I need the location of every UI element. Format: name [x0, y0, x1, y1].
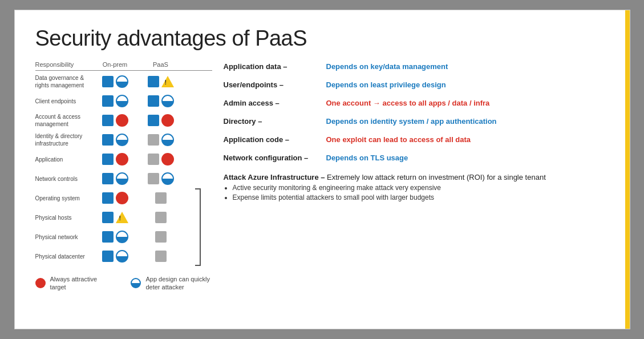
half-circle-icon	[161, 172, 174, 185]
row-onprem	[92, 172, 138, 185]
right-row-label: Directory –	[224, 117, 326, 126]
right-row-network-config: Network configuration – Depends on TLS u…	[224, 152, 609, 171]
table-header-row: Responsibility On-prem PaaS	[35, 61, 212, 71]
gray-square-icon	[155, 212, 167, 223]
attack-bullet: Expense limits potential attackers to sm…	[233, 193, 609, 201]
gray-square-icon	[155, 251, 167, 262]
row-label: Identity & directory infrastructure	[35, 132, 92, 147]
row-label: Account & access management	[35, 113, 92, 128]
attack-section: Attack Azure Infrastructure – Extremely …	[224, 173, 609, 201]
table-row: Identity & directory infrastructure	[35, 130, 212, 150]
right-row-label: Admin access –	[224, 99, 326, 107]
gray-square-icon	[148, 173, 159, 184]
row-label: Data governance & rights management	[35, 74, 92, 89]
row-onprem	[92, 153, 138, 166]
blue-square-icon	[148, 76, 159, 87]
right-row-admin-access: Admin access – One account → access to a…	[224, 98, 609, 116]
row-paas	[138, 153, 184, 166]
row-onprem	[92, 212, 138, 223]
right-row-label: Application data –	[224, 62, 326, 71]
gray-square-icon	[155, 231, 167, 243]
red-circle-icon	[116, 114, 128, 127]
blue-square-icon	[102, 251, 114, 262]
row-paas	[138, 172, 184, 185]
half-circle-icon	[116, 250, 128, 263]
accent-bar	[625, 10, 630, 329]
row-onprem	[92, 231, 138, 243]
blue-square-icon	[102, 95, 114, 107]
row-onprem	[92, 250, 138, 263]
row-paas	[138, 95, 184, 107]
row-label: Physical datacenter	[35, 253, 92, 260]
table-row: Physical network	[35, 227, 184, 247]
warning-triangle-icon	[161, 76, 174, 87]
right-row-app-data: Application data – Depends on key/data m…	[224, 61, 609, 79]
table-row: Physical hosts	[35, 208, 184, 227]
right-row-value: Depends on least privilege design	[326, 80, 446, 89]
row-onprem	[92, 114, 138, 127]
right-row-user-endpoints: User/endpoints – Depends on least privil…	[224, 79, 609, 98]
right-content: Application data – Depends on key/data m…	[212, 61, 609, 292]
right-row-app-code: Application code – One exploit can lead …	[224, 134, 609, 152]
right-row-value: Depends on TLS usage	[326, 154, 408, 162]
header-onprem: On-prem	[92, 61, 138, 68]
red-circle-icon	[161, 153, 174, 166]
row-paas	[138, 192, 184, 204]
half-circle-icon	[161, 134, 174, 146]
row-label: Operating system	[35, 195, 92, 202]
bracket-rows: Operating system Physical hosts	[35, 188, 184, 266]
half-circle-icon	[161, 95, 174, 107]
legend-item-half: App design can quickly deter attacker	[131, 275, 212, 292]
right-row-value: One exploit can lead to access of all da…	[326, 135, 471, 144]
legend-label: Always attractive target	[50, 275, 113, 292]
warning-triangle-icon	[116, 212, 128, 223]
half-circle-icon	[116, 75, 128, 88]
blue-square-icon	[102, 134, 114, 146]
slide-title: Security advantages of PaaS	[35, 26, 609, 51]
row-paas	[138, 114, 184, 127]
row-paas	[138, 212, 184, 223]
row-label: Network controls	[35, 175, 92, 183]
slide: Security advantages of PaaS Responsibili…	[14, 10, 630, 329]
half-circle-icon	[116, 95, 128, 107]
table-row: Physical datacenter	[35, 247, 184, 266]
table-row: Network controls	[35, 169, 212, 188]
row-paas	[138, 231, 184, 243]
half-circle-icon	[116, 172, 128, 185]
blue-square-icon	[102, 192, 114, 204]
attack-title-bold: Attack Azure Infrastructure –	[224, 173, 325, 181]
attack-title: Attack Azure Infrastructure – Extremely …	[224, 173, 609, 181]
row-onprem	[92, 75, 138, 88]
right-row-value: One account → access to all apps / data …	[326, 99, 490, 107]
attack-title-normal: Extremely low attack return on investmen…	[325, 173, 545, 181]
gray-square-icon	[148, 134, 159, 146]
row-paas	[138, 134, 184, 146]
blue-square-icon	[102, 173, 114, 184]
row-label: Physical hosts	[35, 214, 92, 221]
right-row-label: User/endpoints –	[224, 80, 326, 89]
bracket-line	[189, 188, 201, 266]
right-row-value: Depends on identity system / app authent…	[326, 117, 497, 126]
blue-square-icon	[148, 95, 159, 107]
bracket-section: Operating system Physical hosts	[35, 188, 212, 266]
blue-square-icon	[148, 115, 159, 126]
header-responsibility: Responsibility	[35, 61, 92, 68]
content-area: Responsibility On-prem PaaS Data governa…	[35, 61, 609, 292]
table-row: Client endpoints	[35, 91, 212, 111]
right-row-label: Application code –	[224, 135, 326, 144]
blue-square-icon	[102, 231, 114, 243]
table-row: Operating system	[35, 188, 184, 208]
attack-bullets: Active security monitoring & engineering…	[233, 184, 609, 201]
right-row-directory: Directory – Depends on identity system /…	[224, 116, 609, 134]
half-circle-icon	[116, 134, 128, 146]
legend-half-circle-icon	[131, 278, 141, 288]
left-table: Responsibility On-prem PaaS Data governa…	[35, 61, 212, 292]
row-onprem	[92, 95, 138, 107]
attack-bullet: Active security monitoring & engineering…	[233, 184, 609, 192]
red-circle-icon	[116, 192, 128, 204]
legend-red-circle-icon	[35, 278, 46, 288]
row-paas	[138, 76, 184, 87]
gray-square-icon	[148, 154, 159, 165]
row-label: Physical network	[35, 233, 92, 241]
blue-square-icon	[102, 212, 114, 223]
